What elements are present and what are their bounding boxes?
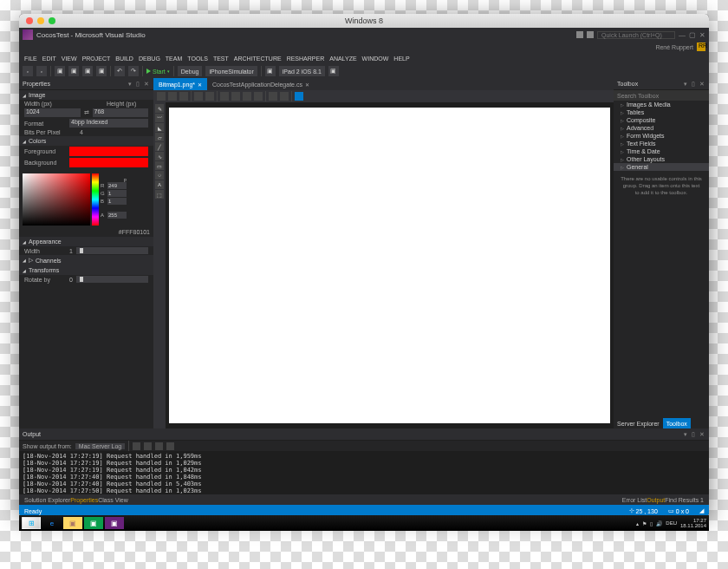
- tray-net-icon[interactable]: ▯: [650, 520, 653, 526]
- dropdown-icon[interactable]: ▾: [128, 81, 134, 87]
- toolbox-item[interactable]: Form Widgets: [614, 132, 709, 140]
- start-button[interactable]: ⊞: [22, 517, 41, 529]
- open-button[interactable]: ▣: [68, 66, 79, 76]
- minimize-button[interactable]: —: [679, 31, 686, 39]
- store-icon[interactable]: ▣: [84, 517, 103, 529]
- user-name[interactable]: René Ruppert: [655, 44, 693, 50]
- toolbox-search[interactable]: Search Toolbox: [614, 90, 709, 101]
- nav-back-button[interactable]: ◦: [23, 66, 33, 76]
- save-button[interactable]: ▣: [82, 66, 93, 76]
- menu-view[interactable]: VIEW: [62, 56, 77, 62]
- doc-tab[interactable]: CocosTestApplicationDelegate.cs✕: [207, 78, 315, 90]
- arrow-tool-icon[interactable]: [157, 92, 166, 101]
- close-icon[interactable]: ✕: [699, 81, 705, 87]
- grid-tool-icon[interactable]: [179, 92, 188, 101]
- width-input[interactable]: 1024: [24, 108, 81, 117]
- pin-icon[interactable]: ▯: [692, 81, 698, 87]
- b-input[interactable]: [107, 198, 127, 205]
- tray-lang[interactable]: DEU: [666, 520, 677, 526]
- rect-tool[interactable]: ▭: [155, 161, 164, 170]
- crop-tool-icon[interactable]: [205, 92, 214, 101]
- feedback-icon[interactable]: [587, 31, 594, 38]
- width-slider[interactable]: [76, 247, 148, 254]
- height-input[interactable]: 768: [93, 108, 149, 117]
- toolbox-item[interactable]: Advanced: [614, 124, 709, 132]
- toolbox-item[interactable]: General: [614, 163, 709, 171]
- hue-slider[interactable]: [92, 173, 99, 226]
- output-text[interactable]: [18-Nov-2014 17:27:19] Request handled i…: [19, 451, 709, 494]
- toolbox-item[interactable]: Composite: [614, 116, 709, 124]
- pin-icon[interactable]: ▯: [136, 81, 142, 87]
- tray-date[interactable]: 18.11.2014: [680, 523, 706, 528]
- tray-vol-icon[interactable]: 🔊: [656, 520, 662, 526]
- platform-combo[interactable]: iPhoneSimulator: [205, 66, 257, 76]
- doc-tab[interactable]: Bitmap1.png*✕: [153, 78, 207, 90]
- flipv-icon[interactable]: [231, 92, 240, 101]
- close-dot[interactable]: [26, 17, 33, 24]
- toolbox-item[interactable]: Images & Media: [614, 101, 709, 108]
- menu-help[interactable]: HELP: [393, 56, 409, 62]
- tab-properties[interactable]: Properties: [70, 497, 98, 503]
- fg-swatch[interactable]: [69, 147, 148, 156]
- start-button[interactable]: Start▾: [146, 69, 170, 75]
- rotate-slider[interactable]: [76, 276, 148, 283]
- vs-taskbar-icon[interactable]: ▣: [105, 517, 124, 529]
- tab-output[interactable]: Output: [647, 497, 665, 503]
- erase-tool[interactable]: ▱: [155, 133, 164, 141]
- highlight-tool-icon[interactable]: [295, 92, 303, 101]
- device-opts-button[interactable]: ▣: [328, 66, 339, 76]
- menu-resharper[interactable]: RESHARPER: [287, 56, 325, 62]
- toolbox-item[interactable]: Tables: [614, 108, 709, 116]
- group-channels[interactable]: ▷ Channels: [19, 255, 153, 265]
- goto-output-icon[interactable]: [166, 442, 174, 450]
- invert-icon[interactable]: [269, 92, 277, 101]
- tray-up-icon[interactable]: ▴: [636, 520, 639, 526]
- menu-test[interactable]: TEST: [213, 56, 229, 62]
- tab-close-icon[interactable]: ✕: [198, 82, 202, 88]
- color-picker[interactable]: [23, 173, 90, 226]
- device-combo[interactable]: iPad 2 iOS 8.1: [279, 66, 325, 76]
- dropdown-icon[interactable]: ▾: [684, 81, 690, 87]
- format-select[interactable]: 4bpp Indexed: [69, 119, 148, 128]
- save-all-button[interactable]: ▣: [96, 66, 107, 76]
- clear-output-icon[interactable]: [133, 442, 140, 450]
- ie-icon[interactable]: e: [42, 517, 62, 529]
- menu-architecture[interactable]: ARCHITECTURE: [234, 56, 282, 62]
- quick-launch-input[interactable]: Quick Launch (Ctrl+Q): [597, 31, 675, 39]
- pin-icon[interactable]: ▯: [692, 431, 698, 437]
- toglock-output-icon[interactable]: [155, 442, 163, 450]
- nav-fwd-button[interactable]: ◦: [36, 66, 47, 76]
- toolbox-item[interactable]: Text Fields: [614, 140, 709, 147]
- tray-flag-icon[interactable]: ⚑: [642, 520, 647, 526]
- dropdown-icon[interactable]: ▾: [684, 431, 690, 437]
- tab-solution-explorer[interactable]: Solution Explorer: [24, 497, 70, 503]
- menu-debug[interactable]: DEBUG: [139, 56, 160, 62]
- menu-project[interactable]: PROJECT: [82, 56, 111, 62]
- group-image[interactable]: Image: [19, 90, 153, 100]
- brush-tool[interactable]: 〰: [155, 114, 164, 122]
- toolbox-item[interactable]: Time & Date: [614, 147, 709, 155]
- group-appearance[interactable]: Appearance: [19, 237, 153, 246]
- config-combo[interactable]: Debug: [178, 66, 203, 76]
- rotr-icon[interactable]: [254, 92, 263, 101]
- image-canvas[interactable]: [166, 102, 614, 428]
- toolbox-item[interactable]: Other Layouts: [614, 155, 709, 163]
- frame-tool-icon[interactable]: [194, 92, 203, 101]
- zoom-dot[interactable]: [49, 17, 55, 24]
- explorer-icon[interactable]: ▣: [63, 517, 82, 529]
- select-tool[interactable]: ⬚: [155, 190, 164, 199]
- hex-value[interactable]: #FFF80101: [119, 229, 150, 235]
- status-resize-icon[interactable]: ◢: [699, 507, 704, 514]
- toolbox-tab[interactable]: Toolbox: [663, 418, 691, 428]
- rotl-icon[interactable]: [243, 92, 251, 101]
- group-transforms[interactable]: Transforms: [19, 265, 153, 275]
- menu-window[interactable]: WINDOW: [362, 56, 389, 62]
- server-explorer-tab[interactable]: Server Explorer: [614, 418, 663, 428]
- menu-edit[interactable]: EDIT: [42, 56, 56, 62]
- redo-button[interactable]: ↷: [128, 66, 139, 76]
- bg-swatch[interactable]: [69, 158, 148, 167]
- group-colors[interactable]: Colors: [19, 136, 153, 146]
- a-input[interactable]: [107, 212, 127, 219]
- notification-icon[interactable]: [576, 31, 583, 38]
- zoom-tool-icon[interactable]: [168, 92, 177, 101]
